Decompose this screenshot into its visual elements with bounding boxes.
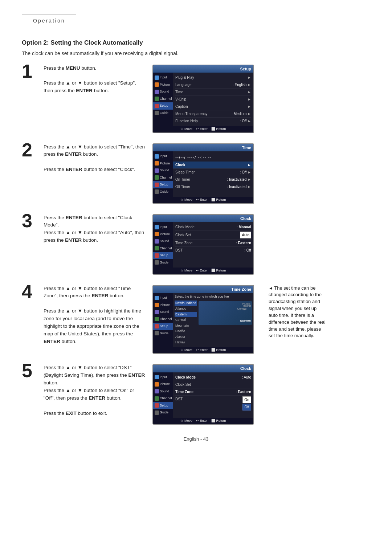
step-2-screen: Time Input Picture Sound Channel Setup G… <box>152 143 254 204</box>
step-5-text: Press the ▲ or ▼ button to select "DST" … <box>44 364 145 425</box>
step-4: 4 Press the ▲ or ▼ button to select "Tim… <box>22 285 370 354</box>
step-3-text: Press the ENTER button to select "Clock … <box>44 214 145 275</box>
section-subtitle: The clock can be set automatically if yo… <box>22 50 370 57</box>
step-4-number: 4 <box>22 282 40 301</box>
step-5: 5 Press the ▲ or ▼ button to select "DST… <box>22 364 370 425</box>
step-1-number: 1 <box>22 62 40 81</box>
footer-text: English - 43 <box>184 436 209 442</box>
header-title: Operation <box>33 18 65 24</box>
step-4-screen: Time Zone Input Picture Sound Channel Se… <box>152 285 254 354</box>
step-2-text: Press the ▲ or ▼ button to select "Time"… <box>44 143 145 204</box>
step-2-number: 2 <box>22 140 40 159</box>
step-3-number: 3 <box>22 211 40 230</box>
step-1-text: Press the MENU button. Press the ▲ or ▼ … <box>44 65 145 133</box>
operation-header: Operation <box>22 15 76 27</box>
step-5-number: 5 <box>22 361 40 380</box>
step-4-note: The set time can be changed according to… <box>265 285 327 354</box>
section-title: Option 2: Setting the Clock Automaticall… <box>22 38 370 48</box>
tv-title-bar: Setup <box>153 65 253 73</box>
page-content: Option 2: Setting the Clock Automaticall… <box>22 38 370 425</box>
tv-sidebar: Input Picture Sound Channel Setup Guide <box>153 73 173 126</box>
step-2: 2 Press the ▲ or ▼ button to select "Tim… <box>22 143 370 204</box>
step-5-screen: Clock Input Picture Sound Channel Setup … <box>152 364 254 425</box>
step-1: 1 Press the MENU button. Press the ▲ or … <box>22 65 370 133</box>
step-3-screen: Clock Input Picture Sound Channel Setup … <box>152 214 254 275</box>
step-1-screen: Setup Input Picture Sound Channel Setup … <box>152 65 254 133</box>
page-footer: English - 43 <box>22 436 370 443</box>
step-4-text: Press the ▲ or ▼ button to select "Time … <box>44 285 145 354</box>
step-3: 3 Press the ENTER button to select "Cloc… <box>22 214 370 275</box>
